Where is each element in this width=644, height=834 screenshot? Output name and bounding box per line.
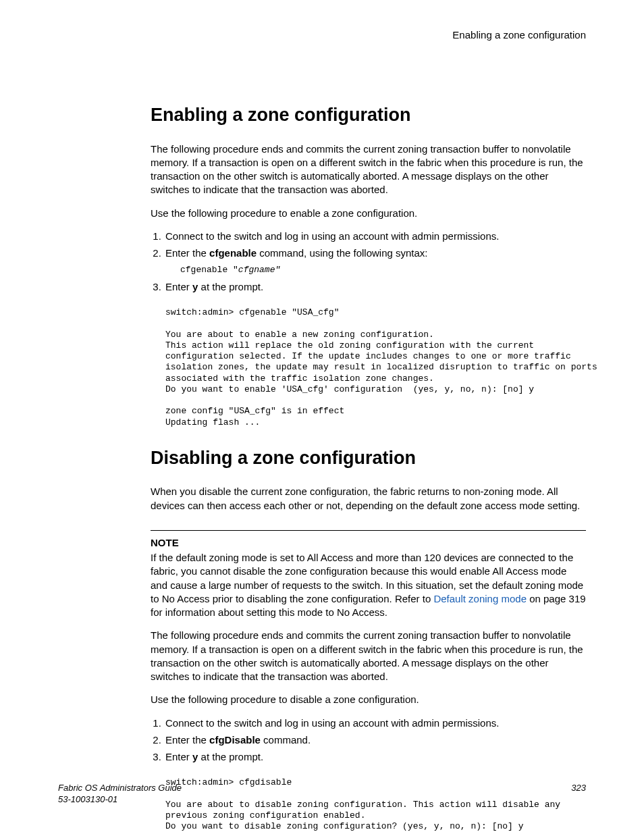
para-disable-intro: When you disable the current zone config…: [151, 485, 586, 513]
heading-enabling: Enabling a zone configuration: [151, 103, 586, 127]
step-disable-1: Connect to the switch and log in using a…: [164, 716, 586, 730]
step-enable-3: Enter y at the prompt.: [164, 280, 586, 294]
steps-disable: Connect to the switch and log in using a…: [151, 716, 586, 764]
step-disable-3: Enter y at the prompt.: [164, 750, 586, 764]
cmd-cfgenable: cfgenable: [209, 247, 257, 259]
steps-enable: Connect to the switch and log in using a…: [151, 230, 586, 294]
footer-docnum: 53-1003130-01: [58, 794, 117, 804]
note-body: If the default zoning mode is set to All…: [151, 551, 586, 619]
para-enable-use: Use the following procedure to enable a …: [151, 207, 586, 220]
step-text: at the prompt.: [198, 281, 263, 292]
step-text: Enter the: [165, 734, 209, 746]
step-text: command.: [261, 734, 311, 746]
heading-disabling: Disabling a zone configuration: [151, 446, 586, 470]
step-text: command, using the following syntax:: [257, 247, 427, 259]
para-enable-intro: The following procedure ends and commits…: [151, 142, 586, 197]
note-rule: [151, 530, 586, 531]
step-enable-1: Connect to the switch and log in using a…: [164, 230, 586, 243]
cmd-cfgdisable: cfgDisable: [209, 734, 261, 746]
cmd-arg: cfgname": [238, 265, 280, 275]
link-default-zoning-mode[interactable]: Default zoning mode: [433, 593, 527, 604]
footer-title: Fabric OS Administrators Guide: [58, 783, 182, 793]
step-disable-2: Enter the cfgDisable command.: [164, 733, 586, 747]
para-disable-use: Use the following procedure to disable a…: [151, 693, 586, 706]
page-footer: 323 Fabric OS Administrators Guide 53-10…: [58, 782, 586, 806]
cmd-syntax: cfgenable "cfgname": [180, 264, 586, 276]
step-enable-2: Enter the cfgenable command, using the f…: [164, 246, 586, 276]
step-text: Enter: [165, 751, 192, 762]
para-disable-commit: The following procedure ends and commits…: [151, 629, 586, 683]
cmd-prefix: cfgenable ": [180, 265, 238, 275]
step-text: Enter the: [165, 247, 209, 259]
page-number: 323: [571, 782, 586, 794]
running-header: Enabling a zone configuration: [151, 28, 586, 42]
step-text: at the prompt.: [198, 751, 263, 762]
note-label: NOTE: [151, 536, 586, 550]
terminal-enable: switch:admin> cfgenable "USA_cfg" You ar…: [165, 307, 586, 428]
step-text: Enter: [165, 281, 192, 292]
